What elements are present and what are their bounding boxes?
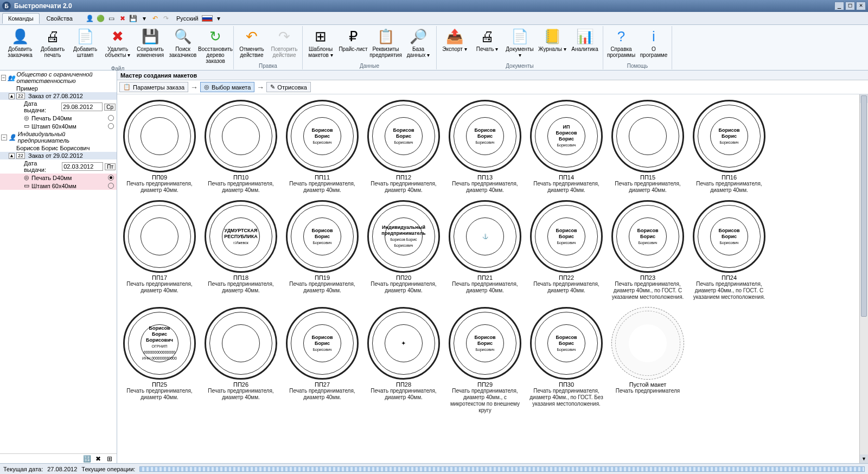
order-2-item-seal[interactable]: ◎ Печать D40мм	[0, 174, 117, 182]
ribbon-button[interactable]: ↻Восстановить дерево заказов	[200, 26, 231, 66]
restore-button[interactable]: □	[845, 2, 855, 10]
template-item[interactable]: БорисовБорисБорисовичПП30Печать предприн…	[526, 306, 607, 415]
tree-collapse-icon[interactable]: −	[1, 134, 7, 140]
order-1-date-input[interactable]	[61, 103, 103, 111]
menu-tab-properties[interactable]: Свойства	[41, 13, 79, 24]
ribbon-button[interactable]: 🖨Добавить печать	[37, 26, 68, 60]
template-item[interactable]: БорисовБорисБорисовичПП12Печать предприн…	[363, 99, 444, 195]
order-1-item-seal[interactable]: ◎ Печать D40мм	[0, 114, 117, 122]
sidebar-tool-2-icon[interactable]: ✖	[94, 454, 103, 463]
ribbon-button[interactable]: ₽Прайс-лист	[337, 26, 369, 54]
template-desc: Печать предпринимателя, диаметр 40мм.	[120, 281, 199, 294]
template-item[interactable]: Пустой макетПечать предпринимателя	[608, 306, 688, 415]
tree-collapse-icon[interactable]: −	[1, 75, 6, 81]
quick-add-stamp-icon[interactable]: ▭	[107, 14, 116, 23]
template-code: ПП19	[315, 274, 330, 281]
ribbon-button[interactable]: iО программе	[638, 26, 669, 60]
template-item[interactable]: БорисовБорисБорисовичПП16Печать предприн…	[689, 99, 769, 195]
close-button[interactable]: ✕	[856, 2, 866, 10]
sidebar-tool-3-icon[interactable]: ⊞	[105, 454, 114, 463]
tree-order-1[interactable]: ▲ 22 Заказ от 27.08.2012	[0, 92, 117, 100]
template-item[interactable]: ✦ПП28Печать предпринимателя, диаметр 40м…	[363, 306, 444, 415]
ribbon-label: Прайс-лист	[339, 46, 367, 52]
order-2-date-input[interactable]	[62, 162, 103, 171]
step-render[interactable]: ✎Отрисовка	[266, 82, 311, 92]
template-item[interactable]: БорисовБорис БорисовичОГРНИП 00000000000…	[119, 306, 200, 415]
template-desc: Печать предпринимателя, диаметр 40мм., п…	[527, 388, 605, 407]
ribbon-button[interactable]: ✖Удалить объекты ▾	[102, 26, 133, 60]
ribbon-button[interactable]: 📄Документы ▾	[504, 26, 535, 60]
template-item[interactable]: БорисовБорисБорисовичПП23Печать предприн…	[608, 199, 688, 302]
template-item[interactable]: ПП09Печать предпринимателя, диаметр 40мм…	[119, 99, 200, 195]
tree-org-example[interactable]: Пример	[0, 85, 117, 92]
radio-icon[interactable]	[108, 123, 114, 129]
template-item[interactable]: БорисовБорисБорисовичПП29Печать предприн…	[445, 306, 525, 415]
template-item[interactable]: БорисовБорисБорисовичПП19Печать предприн…	[282, 199, 362, 302]
arrow-icon: →	[257, 83, 264, 92]
ribbon-label: О программе	[639, 46, 669, 58]
minimize-button[interactable]: _	[834, 2, 844, 10]
ribbon-button[interactable]: ↶Отменить действие	[236, 26, 267, 60]
order-2-item-stamp[interactable]: ▭ Штамп 60х40мм	[0, 182, 117, 190]
template-item[interactable]: ИндивидуальныйпредпринимательБорисов Бор…	[363, 199, 444, 302]
template-item[interactable]: БорисовБорисБорисовичПП24Печать предприн…	[689, 199, 769, 302]
template-desc: Печать предпринимателя, диаметр 40мм.	[609, 181, 687, 194]
ribbon-button[interactable]: 🖨Печать ▾	[471, 26, 503, 54]
ribbon-button[interactable]: 📋Реквизиты предприятия	[370, 26, 401, 60]
template-item[interactable]: ПП17Печать предпринимателя, диаметр 40мм…	[119, 199, 200, 302]
template-item[interactable]: ⚓ПП21Печать предпринимателя, диаметр 40м…	[445, 199, 525, 302]
language-dropdown-icon[interactable]: ▾	[214, 14, 223, 23]
quick-add-seal-icon[interactable]: 🟢	[97, 14, 105, 23]
ribbon-icon: ✖	[109, 28, 126, 45]
tree-collapse-icon[interactable]: ▲	[9, 153, 15, 159]
radio-icon[interactable]	[108, 183, 114, 189]
ribbon-icon: 👤	[11, 28, 29, 45]
ribbon-button[interactable]: 💾Сохранить изменения	[135, 26, 166, 60]
radio-icon[interactable]	[108, 115, 114, 121]
radio-icon[interactable]	[108, 175, 114, 181]
ribbon-button[interactable]: 📊Аналитика	[569, 26, 601, 54]
quick-delete-icon[interactable]: ✖	[118, 14, 127, 23]
ribbon-button[interactable]: ⊞Шаблоны макетов ▾	[305, 26, 336, 60]
template-item[interactable]: БорисовБорисБорисовичПП27Печать предприн…	[282, 306, 362, 415]
status-date-value: 27.08.2012	[47, 466, 77, 472]
template-item[interactable]: ПП15Печать предпринимателя, диаметр 40мм…	[608, 99, 688, 195]
ribbon-button[interactable]: 🔎База данных ▾	[403, 26, 434, 60]
tree-ip-name[interactable]: Борисов Борис Борисович	[0, 144, 117, 152]
template-item[interactable]: ИПБорисов БорисБорисовичПП14Печать предп…	[526, 99, 607, 195]
quick-save-icon[interactable]: 💾	[129, 14, 138, 23]
ribbon-button[interactable]: 📒Журналы ▾	[537, 26, 568, 54]
quick-redo-icon[interactable]: ↷	[162, 14, 170, 23]
template-item[interactable]: БорисовБорисБорисовичПП13Печать предприн…	[445, 99, 525, 195]
ribbon-button[interactable]: 📤Экспорт ▾	[439, 26, 470, 54]
template-item[interactable]: БорисовБорисБорисовичПП22Печать предприн…	[526, 199, 607, 302]
ribbon-button[interactable]: 📄Добавить штамп	[69, 26, 101, 60]
ribbon-button[interactable]: 👤Добавить заказчика	[4, 26, 36, 60]
quick-dropdown-icon[interactable]: ▾	[140, 14, 149, 23]
language-label[interactable]: Русский	[176, 15, 199, 22]
template-item[interactable]: УДМУРТСКАЯ РЕСПУБЛИКАг.ИжевскПП18Печать …	[201, 199, 281, 302]
gallery-scrollbar[interactable]: ▲ ▼	[859, 94, 868, 463]
scroll-thumb[interactable]	[861, 95, 867, 317]
template-item[interactable]: БорисовБорисБорисовичПП11Печать предприн…	[282, 99, 362, 195]
template-item[interactable]: ПП26Печать предпринимателя, диаметр 40мм…	[201, 306, 281, 415]
template-item[interactable]: ПП10Печать предпринимателя, диаметр 40мм…	[201, 99, 281, 195]
order-1-item-stamp[interactable]: ▭ Штамп 60х40мм	[0, 122, 117, 130]
ribbon-button[interactable]: ?Справка программы	[605, 26, 637, 60]
scroll-down-icon[interactable]: ▼	[860, 454, 868, 463]
template-code: ПП25	[152, 381, 167, 388]
menu-tab-commands[interactable]: Команды	[2, 13, 40, 24]
sidebar-tool-1-icon[interactable]: 🔢	[82, 454, 91, 463]
ribbon-icon: ↷	[276, 28, 293, 45]
russian-flag-icon[interactable]	[202, 15, 213, 22]
tree-collapse-icon[interactable]: ▲	[9, 93, 15, 99]
tree-org-ip[interactable]: − 👤 Индивидуальный предприниматель	[0, 130, 117, 144]
ribbon-button[interactable]: 🔍Поиск заказчиков	[167, 26, 199, 60]
app-title: Быстропечати 2.0	[14, 2, 72, 10]
tree-org-ooo[interactable]: − 👥 Общество с ограниченной ответственно…	[0, 71, 117, 85]
step-select-template[interactable]: ◎Выбор макета	[200, 82, 254, 92]
tree-order-2[interactable]: ▲ 22 Заказ от 29.02.2012	[0, 152, 117, 159]
quick-add-customer-icon[interactable]: 👤	[86, 14, 94, 23]
quick-undo-icon[interactable]: ↶	[151, 14, 159, 23]
step-params[interactable]: 📋Параметры заказа	[119, 82, 188, 92]
